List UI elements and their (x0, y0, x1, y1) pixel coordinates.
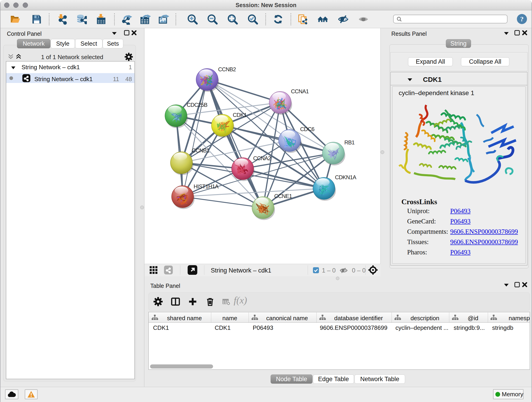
svg-text:RB1: RB1 (344, 139, 355, 146)
svg-text:CDC6: CDC6 (300, 126, 315, 132)
svg-text:CDK1: CDK1 (233, 112, 247, 118)
svg-text:CDC25B: CDC25B (187, 102, 207, 108)
svg-text:HIST1H1A: HIST1H1A (194, 183, 219, 190)
svg-text:CDKN1A: CDKN1A (335, 174, 356, 180)
svg-text:CCNE1: CCNE1 (274, 193, 292, 199)
svg-text:CCNA2: CCNA2 (253, 155, 271, 161)
svg-text:CCNA1: CCNA1 (291, 88, 309, 95)
svg-text:CCNB2: CCNB2 (218, 66, 236, 72)
svg-text:CCNB1: CCNB1 (192, 147, 210, 153)
